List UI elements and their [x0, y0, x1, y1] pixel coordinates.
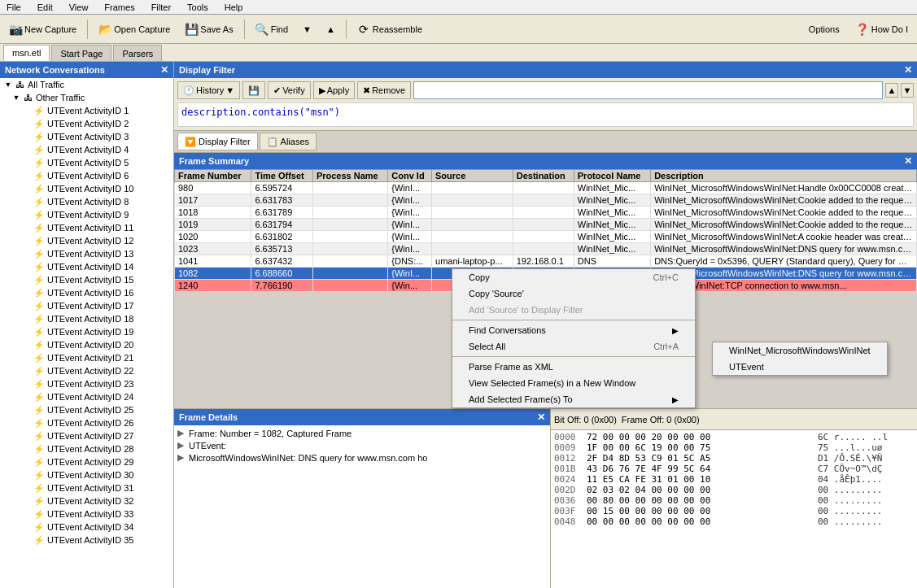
history-button[interactable]: 🕐 History ▼: [177, 81, 240, 99]
reassemble-button[interactable]: ⟳ Reassemble: [352, 18, 428, 41]
tab-msn[interactable]: msn.etl: [3, 45, 50, 61]
fd-expand-3[interactable]: ▶: [177, 452, 189, 463]
remove-button[interactable]: ✖ Remove: [357, 81, 411, 99]
col-time-offset[interactable]: Time Offset: [251, 170, 313, 182]
list-item[interactable]: ⚡ UTEvent ActivityID 24: [0, 390, 173, 403]
col-destination[interactable]: Destination: [513, 170, 574, 182]
menu-view[interactable]: View: [66, 2, 92, 12]
frame-summary-close[interactable]: ✕: [904, 155, 912, 167]
sm-wininet[interactable]: WinINet_MicrosoftWindowsWinINet: [713, 342, 887, 359]
table-row[interactable]: 1019 6.631794 {WinI... WinINet_Mic... Wi…: [175, 219, 917, 231]
cm-select-all[interactable]: Select All Ctrl+A: [452, 338, 695, 355]
cm-add-selected-to[interactable]: Add Selected Frame(s) To ▶: [452, 391, 695, 407]
tab-start-page[interactable]: Start Page: [51, 45, 111, 61]
list-item[interactable]: ⚡ UTEvent ActivityID 25: [0, 403, 173, 416]
col-protocol[interactable]: Protocol Name: [574, 170, 650, 182]
find-up-button[interactable]: ▲: [321, 18, 341, 41]
col-source[interactable]: Source: [432, 170, 513, 182]
list-item[interactable]: ⚡ UTEvent ActivityID 3: [0, 130, 173, 143]
display-filter-close[interactable]: ✕: [904, 64, 912, 76]
list-item[interactable]: ⚡ UTEvent ActivityID 19: [0, 325, 173, 338]
list-item[interactable]: ⚡ UTEvent ActivityID 5: [0, 156, 173, 169]
filter-input[interactable]: description.contains("msn"): [413, 81, 883, 99]
menu-edit[interactable]: Edit: [34, 2, 56, 12]
tab-parsers[interactable]: Parsers: [113, 45, 162, 61]
open-capture-button[interactable]: 📂 Open Capture: [93, 18, 176, 41]
filter-scroll-down[interactable]: ▼: [901, 83, 914, 98]
list-item[interactable]: ⚡ UTEvent ActivityID 17: [0, 299, 173, 312]
fd-expand-1[interactable]: ▶: [177, 428, 189, 438]
table-row[interactable]: 1023 6.635713 {WinI... WinINet_Mic... Wi…: [175, 243, 917, 255]
list-item[interactable]: ⚡ UTEvent ActivityID 13: [0, 247, 173, 260]
tree-item-all-traffic[interactable]: ▼ 🖧 All Traffic: [0, 78, 173, 91]
options-button[interactable]: Options: [803, 18, 845, 41]
how-do-i-button[interactable]: ❓ How Do I: [850, 18, 914, 41]
table-row[interactable]: 1041 6.637432 {DNS:... umani-laptop-p...…: [175, 255, 917, 268]
list-item[interactable]: ⚡ UTEvent ActivityID 1: [0, 104, 173, 117]
apply-button[interactable]: ▶ Apply: [313, 81, 356, 99]
list-item[interactable]: ⚡ UTEvent ActivityID 29: [0, 455, 173, 468]
list-item[interactable]: ⚡ UTEvent ActivityID 8: [0, 195, 173, 208]
save-filter-button[interactable]: 💾: [242, 81, 265, 99]
list-item[interactable]: ⚡ UTEvent ActivityID 26: [0, 416, 173, 429]
list-item[interactable]: ⚡ UTEvent ActivityID 23: [0, 377, 173, 390]
table-row[interactable]: 1017 6.631783 {WinI... WinINet_Mic... Wi…: [175, 194, 917, 207]
menu-filter[interactable]: Filter: [148, 2, 174, 12]
col-process-name[interactable]: Process Name: [312, 170, 387, 182]
list-item[interactable]: ⚡ UTEvent ActivityID 33: [0, 507, 173, 520]
filter-scroll-up[interactable]: ▲: [885, 83, 898, 98]
menu-help[interactable]: Help: [221, 2, 247, 12]
fd-expand-2[interactable]: ▶: [177, 440, 189, 451]
hex-content[interactable]: 000072 00 00 00 20 00 00 006C r..... ..l…: [551, 430, 917, 588]
find-button[interactable]: 🔍 Find: [250, 18, 294, 41]
save-as-button[interactable]: 💾 Save As: [179, 18, 238, 41]
cm-find-conversations[interactable]: Find Conversations ▶: [452, 322, 695, 338]
table-row[interactable]: 980 6.595724 {WinI... WinINet_Mic... Win…: [175, 182, 917, 194]
menu-file[interactable]: File: [3, 2, 24, 12]
list-item[interactable]: ⚡ UTEvent ActivityID 32: [0, 494, 173, 507]
list-item[interactable]: ⚡ UTEvent ActivityID 18: [0, 312, 173, 325]
find-down-button[interactable]: ▼: [297, 18, 317, 41]
menu-tools[interactable]: Tools: [184, 2, 212, 12]
network-conversations-close[interactable]: ✕: [160, 64, 168, 76]
list-item[interactable]: ⚡ UTEvent ActivityID 2: [0, 117, 173, 130]
table-row[interactable]: 1018 6.631789 {WinI... WinINet_Mic... Wi…: [175, 207, 917, 219]
cm-parse-xml[interactable]: Parse Frame as XML: [452, 359, 695, 375]
tab-display-filter[interactable]: 🔽 Display Filter: [177, 133, 258, 150]
list-item[interactable]: ⚡ UTEvent ActivityID 10: [0, 182, 173, 195]
new-capture-button[interactable]: 📷 New Capture: [3, 18, 82, 41]
list-item[interactable]: ⚡ UTEvent ActivityID 31: [0, 481, 173, 494]
sm-utevent[interactable]: UTEvent: [713, 359, 887, 375]
tab-aliases[interactable]: 📋 Aliases: [260, 133, 317, 150]
cm-copy[interactable]: Copy Ctrl+C: [452, 269, 695, 285]
verify-button[interactable]: ✔ Verify: [268, 81, 311, 99]
list-item[interactable]: ⚡ UTEvent ActivityID 12: [0, 234, 173, 247]
cm-add-source-filter[interactable]: Add 'Source' to Display Filter: [452, 302, 695, 318]
list-item[interactable]: ⚡ UTEvent ActivityID 34: [0, 520, 173, 534]
col-frame-number[interactable]: Frame Number: [175, 170, 251, 182]
col-conv-id[interactable]: Conv Id: [388, 170, 432, 182]
expand-other-traffic[interactable]: ▼: [11, 94, 21, 102]
list-item[interactable]: ⚡ UTEvent ActivityID 11: [0, 221, 173, 234]
cm-copy-source[interactable]: Copy 'Source': [452, 285, 695, 302]
list-item[interactable]: ⚡ UTEvent ActivityID 28: [0, 442, 173, 455]
frame-details-close[interactable]: ✕: [537, 412, 545, 423]
list-item[interactable]: ⚡ UTEvent ActivityID 21: [0, 351, 173, 364]
list-item[interactable]: ⚡ UTEvent ActivityID 4: [0, 143, 173, 156]
table-row[interactable]: 1020 6.631802 {WinI... WinINet_Mic... Wi…: [175, 231, 917, 243]
list-item[interactable]: ⚡ UTEvent ActivityID 9: [0, 208, 173, 221]
tree-item-other-traffic[interactable]: ▼ 🖧 Other Traffic: [0, 91, 173, 104]
cm-view-new-window[interactable]: View Selected Frame(s) in a New Window: [452, 375, 695, 391]
expand-all-traffic[interactable]: ▼: [3, 81, 13, 89]
list-item[interactable]: ⚡ UTEvent ActivityID 6: [0, 169, 173, 182]
col-description[interactable]: Description: [651, 170, 917, 182]
list-item[interactable]: ⚡ UTEvent ActivityID 30: [0, 468, 173, 481]
list-item[interactable]: ⚡ UTEvent ActivityID 22: [0, 364, 173, 377]
list-item[interactable]: ⚡ UTEvent ActivityID 27: [0, 429, 173, 442]
tree-scroll-area[interactable]: ▼ 🖧 All Traffic ▼ 🖧 Other Traffic ⚡ UTEv…: [0, 78, 173, 588]
list-item[interactable]: ⚡ UTEvent ActivityID 20: [0, 338, 173, 351]
list-item[interactable]: ⚡ UTEvent ActivityID 35: [0, 534, 173, 547]
list-item[interactable]: ⚡ UTEvent ActivityID 14: [0, 260, 173, 273]
list-item[interactable]: ⚡ UTEvent ActivityID 15: [0, 273, 173, 286]
list-item[interactable]: ⚡ UTEvent ActivityID 16: [0, 286, 173, 299]
